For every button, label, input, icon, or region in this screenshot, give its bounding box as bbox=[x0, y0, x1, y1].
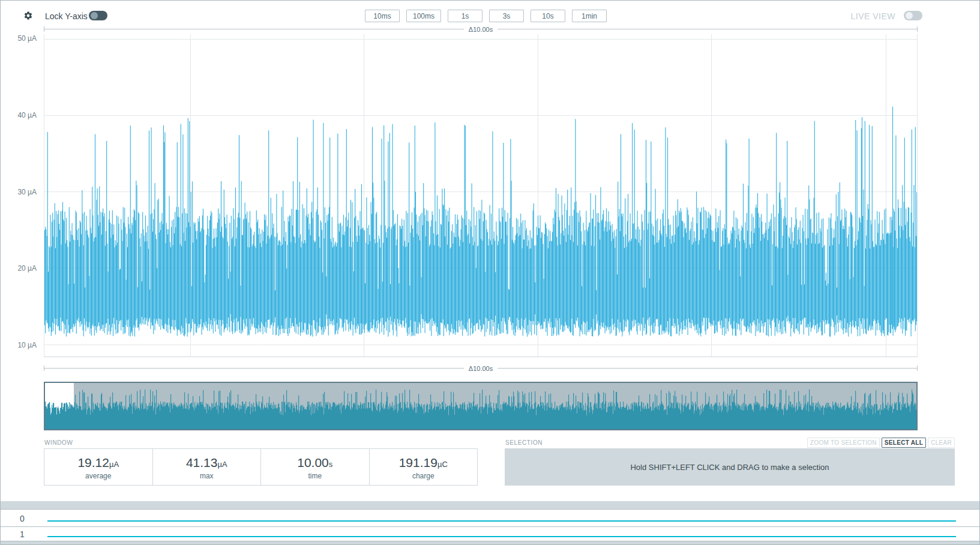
stat-average: 19.12µA average bbox=[44, 449, 153, 485]
x-window-delta-label-top: Δ10.00s bbox=[464, 26, 498, 33]
digital-channel-1-trace bbox=[47, 536, 956, 537]
chart-card: Lock Y-axis 10ms 100ms 1s 3s 10s 1min LI… bbox=[1, 1, 979, 501]
stat-charge-value-row: 191.19µC bbox=[399, 456, 448, 470]
stat-max-unit: µA bbox=[217, 460, 227, 469]
select-all-button[interactable]: SELECT ALL bbox=[882, 438, 926, 448]
stat-time-value-row: 10.00s bbox=[297, 456, 332, 470]
chart-toolbar: Lock Y-axis 10ms 100ms 1s 3s 10s 1min LI… bbox=[1, 1, 979, 25]
bracket-tick bbox=[917, 366, 918, 371]
stat-time: 10.00s time bbox=[261, 449, 370, 485]
stat-max: 41.13µA max bbox=[153, 449, 262, 485]
stat-average-label: average bbox=[85, 472, 111, 480]
digital-channels-card: 0 1 bbox=[1, 509, 979, 541]
stat-average-unit: µA bbox=[109, 460, 119, 469]
stat-max-value-row: 41.13µA bbox=[186, 456, 227, 470]
zoom-preset-10s[interactable]: 10s bbox=[531, 10, 565, 22]
main-chart-canvas[interactable] bbox=[44, 34, 917, 357]
zoom-preset-group: 10ms 100ms 1s 3s 10s 1min bbox=[365, 10, 607, 22]
y-axis-tick-20: 20 µA bbox=[4, 264, 37, 272]
selection-section-title: SELECTION bbox=[505, 439, 543, 446]
minimap-overview[interactable] bbox=[44, 382, 918, 430]
stat-average-value-row: 19.12µA bbox=[77, 456, 119, 470]
stat-max-label: max bbox=[200, 472, 214, 480]
digital-channel-0-label: 0 bbox=[17, 514, 27, 523]
x-window-bracket-top: Δ10.00s bbox=[44, 25, 918, 33]
selection-hint-panel: Hold SHIFT+LEFT CLICK and DRAG to make a… bbox=[505, 448, 955, 486]
lock-y-axis-toggle[interactable] bbox=[89, 11, 107, 20]
bracket-tick bbox=[917, 26, 918, 32]
zoom-preset-10ms[interactable]: 10ms bbox=[365, 10, 400, 22]
x-window-bracket-bottom: Δ10.00s bbox=[44, 364, 918, 372]
zoom-preset-100ms[interactable]: 100ms bbox=[406, 10, 441, 22]
power-profiler-window: Lock Y-axis 10ms 100ms 1s 3s 10s 1min LI… bbox=[0, 0, 980, 545]
settings-gear-icon[interactable] bbox=[23, 11, 33, 20]
live-view-toggle[interactable] bbox=[904, 11, 922, 20]
stat-time-value: 10.00 bbox=[297, 456, 329, 469]
bracket-line bbox=[44, 368, 464, 369]
stat-time-unit: s bbox=[329, 460, 333, 469]
zoom-preset-3s[interactable]: 3s bbox=[489, 10, 524, 22]
digital-channel-1-label: 1 bbox=[17, 529, 27, 539]
window-stats-box: 19.12µA average 41.13µA max 10.00s time … bbox=[44, 448, 478, 486]
y-axis-tick-30: 30 µA bbox=[4, 188, 37, 196]
y-axis-tick-50: 50 µA bbox=[4, 34, 37, 43]
zoom-preset-1s[interactable]: 1s bbox=[448, 10, 482, 22]
clear-selection-button[interactable]: CLEAR bbox=[928, 438, 955, 448]
y-axis-tick-10: 10 µA bbox=[4, 341, 37, 349]
y-axis-tick-40: 40 µA bbox=[4, 111, 37, 119]
stat-charge-label: charge bbox=[412, 472, 434, 480]
lock-y-axis-label: Lock Y-axis bbox=[45, 11, 88, 21]
selection-button-group: ZOOM TO SELECTION SELECT ALL CLEAR bbox=[803, 438, 955, 448]
minimap-canvas[interactable] bbox=[45, 383, 916, 429]
stat-charge: 191.19µC charge bbox=[370, 449, 478, 485]
digital-channel-row-0: 0 bbox=[1, 510, 979, 527]
stat-average-value: 19.12 bbox=[77, 456, 109, 469]
zoom-preset-1min[interactable]: 1min bbox=[572, 10, 607, 22]
zoom-to-selection-button[interactable]: ZOOM TO SELECTION bbox=[807, 438, 880, 448]
current-chart-plot-area[interactable] bbox=[44, 34, 918, 357]
stat-max-value: 41.13 bbox=[186, 456, 218, 469]
stat-charge-unit: µC bbox=[437, 460, 448, 469]
lock-y-axis-toggle-knob bbox=[91, 12, 98, 19]
bracket-line bbox=[498, 29, 917, 29]
live-view-label: LIVE VIEW bbox=[850, 11, 895, 21]
window-section-title: WINDOW bbox=[44, 439, 73, 446]
digital-channel-0-trace bbox=[47, 520, 956, 522]
stat-time-label: time bbox=[308, 472, 322, 480]
x-window-delta-label-bottom: Δ10.00s bbox=[464, 365, 498, 372]
digital-channel-row-1: 1 bbox=[1, 527, 979, 541]
bracket-line bbox=[498, 368, 917, 369]
selection-hint-text: Hold SHIFT+LEFT CLICK and DRAG to make a… bbox=[630, 463, 829, 472]
live-view-toggle-knob bbox=[906, 12, 913, 19]
stat-charge-value: 191.19 bbox=[399, 456, 437, 469]
bracket-line bbox=[44, 29, 464, 29]
